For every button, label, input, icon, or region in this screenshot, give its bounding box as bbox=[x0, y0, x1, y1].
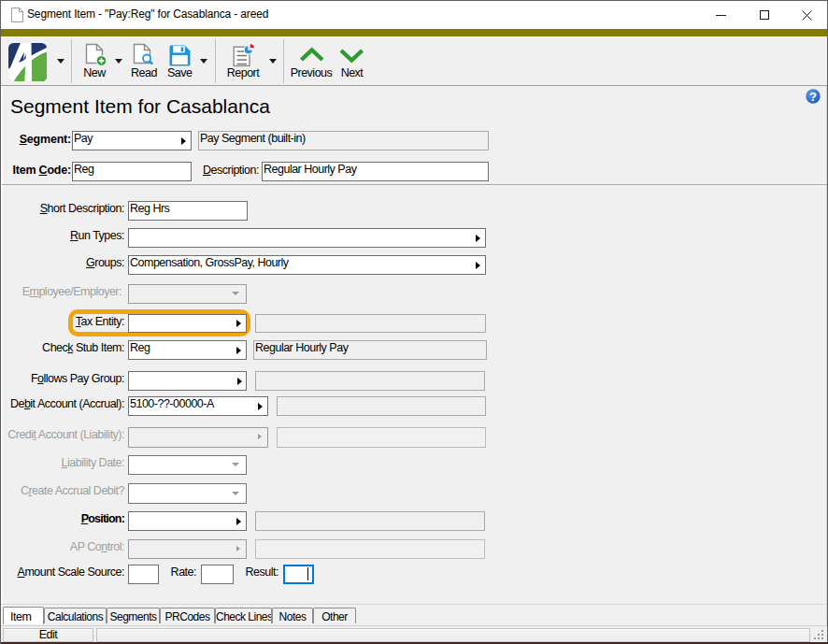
svg-text:?: ? bbox=[809, 90, 817, 104]
